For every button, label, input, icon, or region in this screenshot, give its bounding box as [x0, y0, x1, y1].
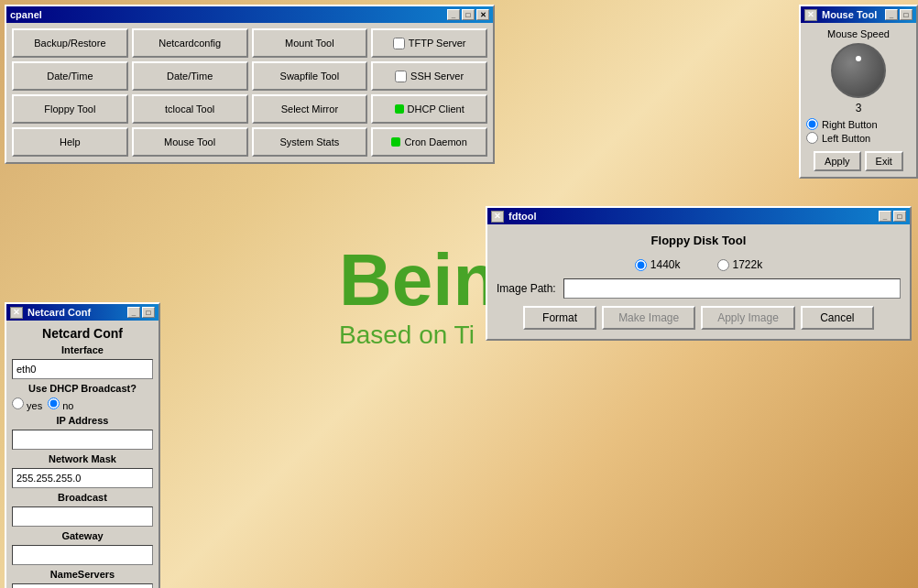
- netcard-conf-titlebar: ✕ Netcard Conf _ □: [6, 304, 158, 321]
- no-label: no: [62, 400, 73, 411]
- dhcp-led: [395, 104, 404, 114]
- right-button-option[interactable]: Right Button: [806, 118, 911, 130]
- format-btn[interactable]: Format: [523, 306, 596, 330]
- option-1722-radio[interactable]: [717, 259, 729, 271]
- netcard-content: Netcard Conf Interface Use DHCP Broadcas…: [6, 321, 158, 588]
- interface-input[interactable]: [12, 359, 153, 379]
- cron-label: Cron Daemon: [404, 136, 466, 147]
- tclocal-tool-btn[interactable]: tclocal Tool: [132, 94, 248, 124]
- image-path-input[interactable]: [563, 278, 901, 299]
- yes-radio[interactable]: [12, 397, 24, 409]
- option-1722-text: 1722k: [733, 258, 763, 271]
- cpanel-window: cpanel _ □ ✕ Backup/Restore Netcardconfi…: [5, 5, 495, 164]
- mouse-button-radio-group: Right Button Left Button: [806, 118, 911, 144]
- netmask-label: Network Mask: [12, 453, 153, 464]
- no-radio[interactable]: [48, 397, 60, 409]
- mouse-tool-title: Mouse Tool: [822, 9, 877, 20]
- netcard-title: Netcard Conf: [12, 326, 153, 341]
- netmask-input[interactable]: [12, 468, 153, 488]
- cpanel-minimize-btn[interactable]: _: [447, 9, 460, 20]
- broadcast-label: Broadcast: [12, 492, 153, 503]
- mouse-tool-titlebar: ✕ Mouse Tool _ □: [801, 6, 916, 23]
- ssh-checkbox[interactable]: [395, 71, 407, 82]
- netcard-conf-window: ✕ Netcard Conf _ □ Netcard Conf Interfac…: [5, 302, 160, 588]
- mouse-tool-btn-row: Apply Exit: [814, 151, 903, 171]
- system-stats-btn[interactable]: System Stats: [252, 127, 368, 157]
- tftp-server-btn[interactable]: TFTP Server: [371, 28, 487, 58]
- right-button-radio[interactable]: [806, 118, 818, 130]
- gateway-input[interactable]: [12, 545, 153, 565]
- help-btn[interactable]: Help: [12, 127, 128, 157]
- datetime-btn[interactable]: Date/Time: [12, 61, 128, 91]
- mouse-knob-dot: [856, 56, 861, 61]
- image-path-row: Image Path:: [497, 278, 901, 299]
- netcard-min-btn[interactable]: _: [127, 307, 140, 318]
- desktop-bg-subtext: Based on Ti: [339, 321, 475, 350]
- left-button-option[interactable]: Left Button: [806, 132, 911, 144]
- cpanel-titlebar-buttons: _ □ ✕: [447, 9, 489, 20]
- mouse-tool-content: Mouse Speed 3 Right Button Left Button A…: [801, 23, 916, 177]
- nameservers-label: NameServers: [12, 569, 153, 580]
- fdtool-title-text: fdtool: [508, 211, 537, 222]
- left-button-radio[interactable]: [806, 132, 818, 144]
- tftp-checkbox[interactable]: [393, 38, 405, 49]
- option-1722-label[interactable]: 1722k: [717, 258, 763, 271]
- cpanel-titlebar: cpanel _ □ ✕: [6, 6, 493, 23]
- mouse-tool-min-btn[interactable]: _: [885, 9, 898, 20]
- mouse-speed-value: 3: [856, 102, 862, 114]
- fdtool-main-title: Floppy Disk Tool: [497, 234, 901, 247]
- fdtool-titlebar: ✕ fdtool _ □: [487, 208, 910, 224]
- ip-input[interactable]: [12, 430, 153, 450]
- cancel-btn[interactable]: Cancel: [801, 306, 874, 330]
- netcard-conf-title-bar: Netcard Conf: [27, 307, 91, 318]
- mouse-tool-close-btn[interactable]: ✕: [804, 9, 817, 21]
- netcard-max-btn[interactable]: □: [142, 307, 155, 318]
- netcard-conf-close-btn[interactable]: ✕: [10, 307, 23, 319]
- ip-label: IP Address: [12, 415, 153, 426]
- mouse-tool-btn[interactable]: Mouse Tool: [132, 127, 248, 157]
- cpanel-close-btn[interactable]: ✕: [476, 9, 489, 20]
- backgrounds-btn[interactable]: Date/Time: [132, 61, 248, 91]
- mouse-exit-btn[interactable]: Exit: [865, 151, 903, 171]
- cron-daemon-btn[interactable]: Cron Daemon: [371, 127, 487, 157]
- option-1440-text: 1440k: [650, 258, 681, 271]
- fdtool-radio-row: 1440k 1722k: [497, 258, 901, 271]
- option-1440-label[interactable]: 1440k: [635, 258, 681, 271]
- swapfile-tool-btn[interactable]: Swapfile Tool: [252, 61, 368, 91]
- make-image-btn[interactable]: Make Image: [602, 306, 695, 330]
- gateway-label: Gateway: [12, 530, 153, 541]
- floppy-tool-btn[interactable]: Floppy Tool: [12, 94, 128, 124]
- mouse-apply-btn[interactable]: Apply: [814, 151, 861, 171]
- mouse-speed-knob[interactable]: [831, 43, 886, 98]
- fdtool-content: Floppy Disk Tool 1440k 1722k Image Path:…: [487, 224, 910, 339]
- yes-option[interactable]: yes: [12, 397, 42, 411]
- ssh-server-btn[interactable]: SSH Server: [371, 61, 487, 91]
- cpanel-maximize-btn[interactable]: □: [462, 9, 475, 20]
- apply-image-btn[interactable]: Apply Image: [701, 306, 795, 330]
- ssh-label: SSH Server: [410, 71, 464, 82]
- mouse-tool-max-btn[interactable]: □: [900, 9, 913, 20]
- no-option[interactable]: no: [48, 397, 73, 411]
- option-1440-radio[interactable]: [635, 259, 647, 271]
- fdtool-btn-row: Format Make Image Apply Image Cancel: [497, 306, 901, 330]
- dhcp-broadcast-label: Use DHCP Broadcast?: [12, 383, 153, 394]
- fdtool-min-btn[interactable]: _: [879, 211, 891, 222]
- interface-label: Interface: [12, 344, 153, 355]
- fdtool-max-btn[interactable]: □: [893, 211, 906, 222]
- fdtool-window: ✕ fdtool _ □ Floppy Disk Tool 1440k 1722…: [486, 206, 912, 341]
- mount-tool-btn[interactable]: Mount Tool: [252, 28, 368, 58]
- mouse-tool-titlebar-buttons: _ □: [885, 9, 913, 20]
- broadcast-input[interactable]: [12, 506, 153, 527]
- dhcp-client-btn[interactable]: DHCP Client: [371, 94, 487, 124]
- backup-restore-btn[interactable]: Backup/Restore: [12, 28, 128, 58]
- dhcp-label: DHCP Client: [408, 103, 464, 114]
- cpanel-grid: Backup/Restore Netcardconfig Mount Tool …: [6, 23, 493, 162]
- dhcp-radio-row: yes no: [12, 397, 153, 411]
- nameservers-input[interactable]: [12, 583, 153, 588]
- select-mirror-btn[interactable]: Select Mirror: [252, 94, 368, 124]
- tftp-label: TFTP Server: [409, 38, 466, 49]
- fdtool-close-btn[interactable]: ✕: [491, 211, 504, 223]
- netcardconfig-btn[interactable]: Netcardconfig: [132, 28, 248, 58]
- left-button-label: Left Button: [822, 133, 870, 144]
- fdtool-titlebar-buttons: _ □: [879, 211, 906, 222]
